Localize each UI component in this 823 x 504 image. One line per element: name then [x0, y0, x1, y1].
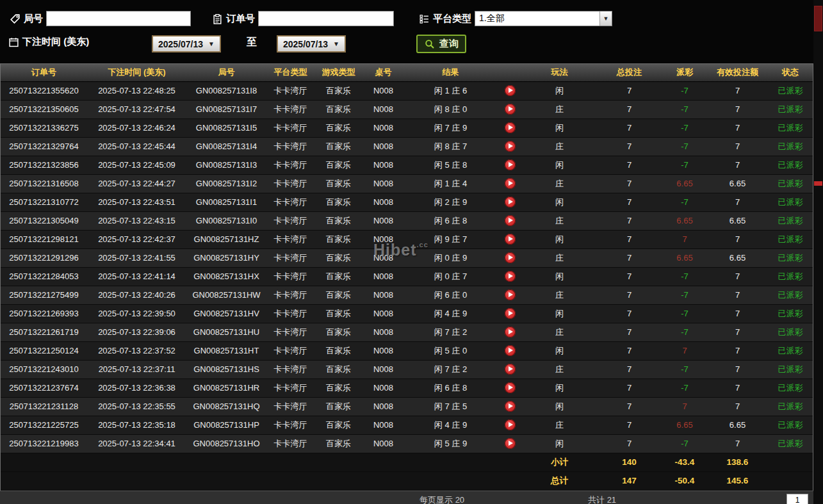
search-button[interactable]: 查询: [416, 35, 466, 53]
platform-cell: 卡卡湾厅: [266, 378, 314, 397]
play-video-icon[interactable]: [505, 197, 516, 207]
total-bet-cell: 7: [596, 434, 662, 453]
table-no-cell: N008: [363, 323, 404, 341]
play-video-icon[interactable]: [505, 252, 516, 263]
play-video-icon[interactable]: [505, 364, 516, 375]
valid-bet-cell: 6.65: [707, 248, 768, 267]
date-from-picker[interactable]: 2025/07/13 ▼: [152, 35, 221, 53]
scrollbar-thumb[interactable]: [814, 6, 822, 31]
game-no-label: 局号: [24, 13, 43, 25]
platform-cell: 卡卡湾厅: [266, 267, 314, 286]
game-no-cell: GN008257131HW: [186, 286, 266, 304]
column-header: 平台类型: [266, 64, 314, 81]
play-video-icon[interactable]: [505, 122, 516, 133]
bet-time-cell: 2025-07-13 22:41:55: [87, 248, 186, 267]
total-valid-bet: 145.6: [707, 471, 768, 490]
scrollbar[interactable]: [813, 0, 823, 504]
play-type-cell: 庄: [523, 137, 596, 156]
order-no-cell: 250713221336275: [1, 118, 87, 137]
play-video-icon[interactable]: [505, 215, 516, 226]
per-page-value[interactable]: 20: [455, 495, 464, 504]
play-video-icon[interactable]: [505, 327, 516, 337]
game-type-cell: 百家乐: [314, 304, 363, 323]
total-payout: -50.4: [662, 471, 707, 490]
total-bet-cell: 7: [596, 81, 662, 100]
table-no-cell: N008: [363, 304, 404, 323]
total-bet-cell: 7: [596, 341, 662, 360]
play-video-icon[interactable]: [505, 85, 516, 96]
play-video-icon[interactable]: [505, 178, 516, 189]
platform-cell: 卡卡湾厅: [266, 118, 314, 137]
order-no-cell: 250713221355620: [1, 81, 87, 100]
payout-cell: -7: [662, 434, 707, 453]
valid-bet-cell: 7: [707, 286, 768, 304]
table-footer: 小计 140 -43.4 138.6 总计 147 -50.4 145.6: [1, 453, 813, 490]
table-row: 2507132212501242025-07-13 22:37:52GN0082…: [1, 341, 813, 360]
play-video-icon[interactable]: [505, 234, 516, 245]
payout-cell: -7: [662, 323, 707, 341]
payout-cell: 6.65: [662, 174, 707, 193]
status-cell: 已派彩: [768, 193, 813, 211]
platform-cell: 卡卡湾厅: [266, 397, 314, 416]
order-no-cell: 250713221316508: [1, 174, 87, 193]
platform-cell: 卡卡湾厅: [266, 100, 314, 118]
play-video-icon[interactable]: [505, 419, 516, 430]
bet-time-cell: 2025-07-13 22:45:09: [87, 156, 186, 174]
game-no-input[interactable]: [46, 11, 191, 26]
game-no-cell: GN008257131I1: [186, 193, 266, 211]
payout-cell: -7: [662, 118, 707, 137]
game-no-cell: GN008257131HX: [186, 267, 266, 286]
order-no-input[interactable]: [258, 11, 394, 26]
bet-time-cell: 2025-07-13 22:39:06: [87, 323, 186, 341]
play-type-cell: 闲: [523, 118, 596, 137]
date-to-picker[interactable]: 2025/07/13 ▼: [277, 35, 346, 53]
play-video-icon[interactable]: [505, 104, 516, 115]
valid-bet-cell: 7: [707, 81, 768, 100]
play-video-icon[interactable]: [505, 382, 516, 393]
bet-time-filter-label-group: 下注时间 (美东): [8, 36, 89, 48]
bet-time-cell: 2025-07-13 22:35:55: [87, 397, 186, 416]
order-no-cell: 250713221275499: [1, 286, 87, 304]
play-video-icon[interactable]: [505, 159, 516, 170]
game-type-cell: 百家乐: [314, 341, 363, 360]
play-video-icon[interactable]: [505, 289, 516, 300]
play-video-icon[interactable]: [505, 308, 516, 319]
table-no-cell: N008: [363, 193, 404, 211]
game-no-cell: GN008257131HV: [186, 304, 266, 323]
valid-bet-cell: 7: [707, 378, 768, 397]
order-no-cell: 250713221219983: [1, 434, 87, 453]
subtotal-label: 小计: [523, 453, 596, 471]
order-no-cell: 250713221284053: [1, 267, 87, 286]
status-cell: 已派彩: [768, 137, 813, 156]
game-no-cell: GN008257131HR: [186, 378, 266, 397]
game-type-cell: 百家乐: [314, 174, 363, 193]
play-video-icon[interactable]: [505, 271, 516, 282]
platform-select[interactable]: 1.全部 ▼: [475, 11, 612, 26]
bet-time-cell: 2025-07-13 22:45:44: [87, 137, 186, 156]
play-icon-cell: [497, 416, 523, 434]
order-no-cell: 250713221225725: [1, 416, 87, 434]
play-video-icon[interactable]: [505, 401, 516, 412]
total-bet-cell: 7: [596, 211, 662, 230]
date-from-value: 2025/07/13: [158, 39, 203, 49]
game-type-cell: 百家乐: [314, 360, 363, 378]
play-type-cell: 闲: [523, 230, 596, 248]
page-number-box[interactable]: 1: [786, 494, 808, 504]
play-icon-cell: [497, 156, 523, 174]
result-cell: 闲 4 庄 9: [404, 304, 497, 323]
table-row: 2507132213165082025-07-13 22:44:27GN0082…: [1, 174, 813, 193]
table-body: 2507132213556202025-07-13 22:48:25GN0082…: [1, 81, 813, 453]
play-video-icon[interactable]: [505, 141, 516, 152]
order-no-cell: 250713221261719: [1, 323, 87, 341]
play-video-icon[interactable]: [505, 438, 516, 449]
play-type-cell: 庄: [523, 286, 596, 304]
chevron-down-icon: ▼: [599, 12, 612, 26]
status-cell: 已派彩: [768, 323, 813, 341]
play-video-icon[interactable]: [505, 345, 516, 356]
order-no-cell: 250713221329764: [1, 137, 87, 156]
date-to-value: 2025/07/13: [283, 39, 328, 49]
valid-bet-cell: 7: [707, 118, 768, 137]
valid-bet-cell: 6.65: [707, 211, 768, 230]
table-row: 2507132213297642025-07-13 22:45:44GN0082…: [1, 137, 813, 156]
status-cell: 已派彩: [768, 341, 813, 360]
